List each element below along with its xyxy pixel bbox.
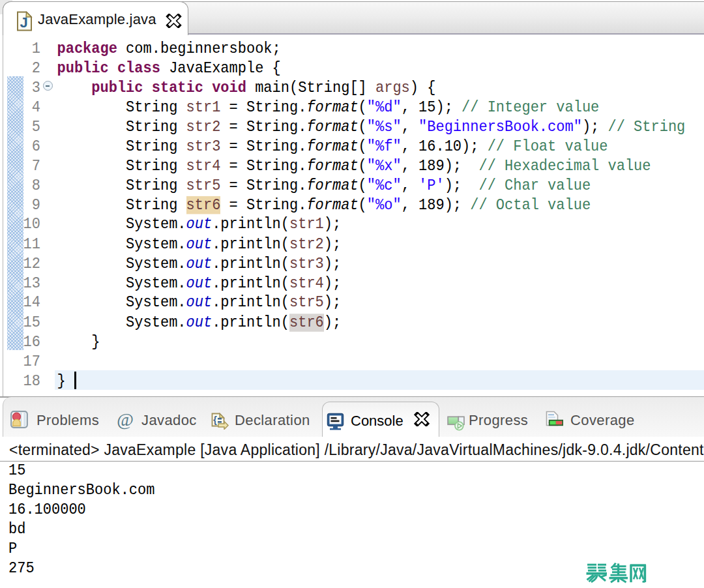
svg-text:{: { (213, 414, 217, 425)
svg-text:J: J (20, 14, 27, 31)
